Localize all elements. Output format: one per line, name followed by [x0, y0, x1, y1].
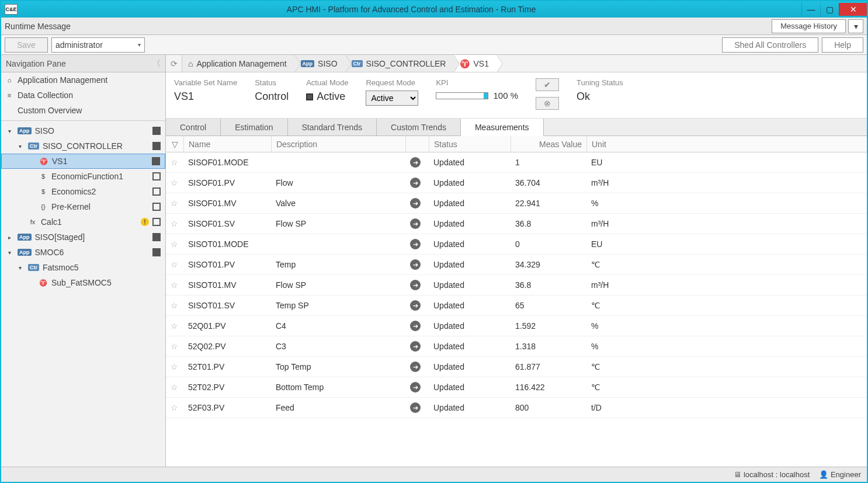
breadcrumb-segment[interactable]: ♈VS1 — [454, 55, 497, 72]
commit-button[interactable]: ✔ — [536, 78, 559, 91]
message-history-dropdown[interactable]: ▾ — [848, 19, 863, 33]
star-icon[interactable]: ☆ — [166, 158, 183, 167]
col-status[interactable]: Status — [429, 136, 511, 152]
star-icon[interactable]: ☆ — [166, 239, 183, 249]
checkbox-icon[interactable] — [152, 157, 160, 165]
star-icon[interactable]: ☆ — [166, 280, 183, 290]
minimize-button[interactable]: — — [801, 3, 820, 16]
cancel-button[interactable]: ⊗ — [536, 97, 559, 110]
go-icon[interactable]: ➔ — [405, 341, 429, 352]
star-icon[interactable]: ☆ — [166, 362, 183, 371]
star-icon[interactable]: ☆ — [166, 321, 183, 331]
col-meas-value[interactable]: Meas Value — [511, 136, 586, 152]
breadcrumb-refresh-icon[interactable]: ⟳ — [166, 55, 182, 72]
checkbox-icon[interactable] — [152, 233, 161, 241]
navigation-pane: Navigation Pane 〈 ⌂Application Managemen… — [1, 55, 166, 467]
tree-item[interactable]: fxCalc1! — [1, 214, 165, 230]
tree-item[interactable]: ▸AppSISO[Staged] — [1, 230, 165, 245]
table-row[interactable]: ☆ SISOT01.MV Flow SP ➔ Updated 36.8 m³/H — [166, 275, 867, 296]
cell-name: SISOF01.MV — [183, 199, 271, 208]
table-row[interactable]: ☆ SISOT01.PV Temp ➔ Updated 34.329 ℃ — [166, 255, 867, 275]
star-icon[interactable]: ☆ — [166, 342, 183, 351]
star-icon[interactable]: ☆ — [166, 383, 183, 392]
tree-item[interactable]: ♈Sub_FatSMOC5 — [1, 275, 165, 290]
expand-icon[interactable]: ▸ — [8, 234, 14, 241]
expand-icon[interactable]: ▾ — [8, 128, 14, 134]
tree-item[interactable]: {}Pre-Kernel — [1, 199, 165, 214]
go-icon[interactable]: ➔ — [405, 280, 429, 290]
star-icon[interactable]: ☆ — [166, 403, 183, 412]
tree-item[interactable]: ▾CtrSISO_CONTROLLER — [1, 138, 165, 154]
tab[interactable]: Custom Trends — [377, 119, 461, 135]
checkbox-icon[interactable] — [152, 172, 161, 180]
nav-top-item[interactable]: Custom Overview — [1, 103, 165, 118]
table-row[interactable]: ☆ SISOT01.MODE ➔ Updated 0 EU — [166, 234, 867, 255]
go-icon[interactable]: ➔ — [405, 259, 429, 270]
star-icon[interactable]: ☆ — [166, 178, 183, 187]
breadcrumb-segment[interactable]: AppSISO — [295, 55, 346, 72]
go-icon[interactable]: ➔ — [405, 239, 429, 249]
go-icon[interactable]: ➔ — [405, 218, 429, 229]
go-icon[interactable]: ➔ — [405, 362, 429, 372]
col-description[interactable]: Description — [271, 136, 405, 152]
table-row[interactable]: ☆ SISOF01.PV Flow ➔ Updated 36.704 m³/H — [166, 173, 867, 193]
checkbox-icon[interactable] — [152, 187, 161, 196]
close-button[interactable]: ✕ — [839, 3, 867, 16]
checkbox-icon[interactable] — [152, 142, 161, 150]
nav-top-item[interactable]: ⌂Application Management — [1, 72, 165, 88]
table-row[interactable]: ☆ SISOF01.MV Valve ➔ Updated 22.941 % — [166, 193, 867, 214]
help-button[interactable]: Help — [822, 37, 863, 53]
shed-all-button[interactable]: Shed All Controllers — [722, 37, 818, 53]
table-row[interactable]: ☆ 52T02.PV Bottom Temp ➔ Updated 116.422… — [166, 377, 867, 398]
go-icon[interactable]: ➔ — [405, 300, 429, 311]
star-icon[interactable]: ☆ — [166, 301, 183, 310]
tree-item[interactable]: $Economics2 — [1, 184, 165, 199]
table-row[interactable]: ☆ 52Q01.PV C4 ➔ Updated 1.592 % — [166, 316, 867, 336]
checkbox-icon[interactable] — [152, 218, 161, 226]
table-row[interactable]: ☆ 52F03.PV Feed ➔ Updated 800 t/D — [166, 398, 867, 418]
breadcrumb-segment[interactable]: CtrSISO_CONTROLLER — [346, 55, 454, 72]
tree-item[interactable]: ▾AppSISO — [1, 123, 165, 138]
go-icon[interactable]: ➔ — [405, 157, 429, 168]
tree-item[interactable]: ▾CtrFatsmoc5 — [1, 260, 165, 275]
checkbox-icon[interactable] — [152, 203, 161, 211]
table-row[interactable]: ☆ SISOF01.MODE ➔ Updated 1 EU — [166, 152, 867, 173]
tab[interactable]: Estimation — [221, 119, 287, 135]
maximize-button[interactable]: ▢ — [820, 3, 839, 16]
star-icon[interactable]: ☆ — [166, 260, 183, 269]
expand-icon[interactable]: ▾ — [8, 249, 14, 256]
message-history-button[interactable]: Message History — [772, 19, 846, 33]
table-row[interactable]: ☆ 52T01.PV Top Temp ➔ Updated 61.877 ℃ — [166, 357, 867, 377]
tab[interactable]: Measurements — [461, 119, 544, 136]
table-row[interactable]: ☆ SISOF01.SV Flow SP ➔ Updated 36.8 m³/H — [166, 214, 867, 234]
table-row[interactable]: ☆ SISOT01.SV Temp SP ➔ Updated 65 ℃ — [166, 296, 867, 316]
cell-status: Updated — [429, 260, 511, 269]
checkbox-icon[interactable] — [152, 248, 161, 256]
go-icon[interactable]: ➔ — [405, 382, 429, 392]
tab[interactable]: Control — [166, 119, 221, 135]
tab[interactable]: Standard Trends — [288, 119, 377, 135]
tree-item[interactable]: $EconomicFunction1 — [1, 169, 165, 184]
checkbox-icon[interactable] — [152, 127, 161, 135]
star-icon[interactable]: ☆ — [166, 199, 183, 208]
col-unit[interactable]: Unit — [586, 136, 662, 152]
nav-collapse-icon[interactable]: 〈 — [152, 58, 161, 69]
star-icon[interactable]: ☆ — [166, 219, 183, 228]
expand-icon[interactable]: ▾ — [19, 265, 25, 271]
go-icon[interactable]: ➔ — [405, 321, 429, 331]
go-icon[interactable]: ➔ — [405, 198, 429, 209]
cell-value: 65 — [511, 301, 586, 310]
request-mode-select[interactable]: Active — [366, 91, 418, 106]
expand-icon[interactable]: ▾ — [19, 143, 25, 150]
nav-top-item[interactable]: ≡Data Collection — [1, 88, 165, 103]
tree-item[interactable]: ▾AppSMOC6 — [1, 245, 165, 260]
save-button[interactable]: Save — [5, 37, 48, 53]
col-name[interactable]: Name — [183, 136, 271, 152]
table-row[interactable]: ☆ 52Q02.PV C3 ➔ Updated 1.318 % — [166, 336, 867, 357]
filter-icon[interactable]: ▽ — [166, 136, 183, 152]
breadcrumb-segment[interactable]: ⌂Application Management — [182, 55, 295, 72]
user-combo[interactable]: administrator — [51, 37, 145, 53]
tree-item[interactable]: ♈VS1 — [1, 154, 165, 169]
go-icon[interactable]: ➔ — [405, 402, 429, 413]
go-icon[interactable]: ➔ — [405, 178, 429, 188]
